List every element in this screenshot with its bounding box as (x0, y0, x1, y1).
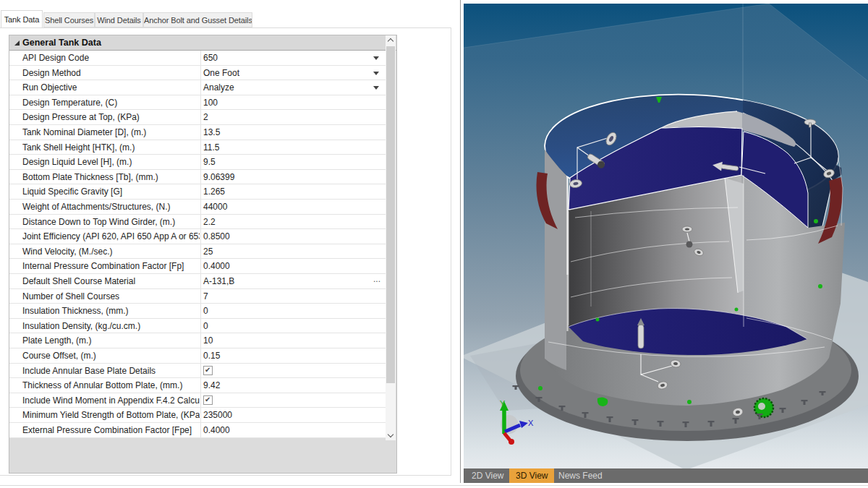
svg-text:Y: Y (500, 399, 506, 408)
svg-text:X: X (528, 419, 534, 427)
